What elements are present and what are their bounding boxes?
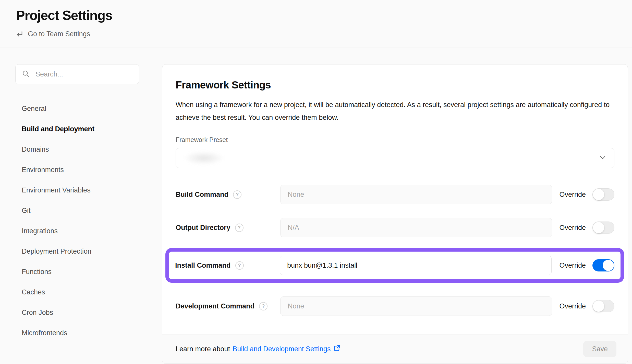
override-label: Override (559, 302, 586, 310)
back-link-label: Go to Team Settings (28, 30, 90, 38)
output-directory-row: Output Directory ? Override (176, 218, 614, 237)
sidebar-item-caches[interactable]: Caches (15, 282, 139, 302)
sidebar-item-git[interactable]: Git (15, 200, 139, 221)
sidebar-item-deployment-protection[interactable]: Deployment Protection (15, 241, 139, 262)
framework-preset-select[interactable] (176, 148, 614, 168)
override-label: Override (559, 224, 586, 232)
toggle-knob (593, 189, 604, 200)
help-icon[interactable]: ? (235, 261, 244, 270)
preset-value-redacted (184, 152, 224, 164)
sidebar-item-microfrontends[interactable]: Microfrontends (15, 323, 139, 343)
install-command-override-toggle[interactable] (592, 259, 614, 271)
sidebar-search[interactable] (15, 64, 139, 84)
sidebar-item-domains[interactable]: Domains (15, 139, 139, 160)
install-command-row: Install Command ? Override (175, 256, 614, 275)
footer-text: Learn more about Build and Development S… (176, 345, 341, 353)
toggle-knob (603, 260, 614, 271)
page-header: Project Settings Go to Team Settings (0, 0, 632, 38)
project-settings-page: Project Settings Go to Team Settings (0, 0, 632, 364)
search-icon (22, 70, 30, 79)
toggle-knob (593, 222, 604, 233)
development-command-label: Development Command (176, 302, 254, 310)
sidebar-item-general[interactable]: General (15, 98, 139, 119)
chevron-down-icon (599, 154, 606, 162)
settings-rows: Build Command ? Override Output Director… (176, 185, 614, 334)
content: GeneralBuild and DeploymentDomainsEnviro… (0, 47, 632, 364)
footer-text-prefix: Learn more about (176, 345, 230, 353)
help-icon[interactable]: ? (233, 190, 241, 199)
build-command-input[interactable] (280, 185, 552, 204)
card-footer: Learn more about Build and Development S… (162, 334, 628, 363)
sidebar-item-cron-jobs[interactable]: Cron Jobs (15, 302, 139, 323)
card-body: Framework Settings When using a framewor… (162, 64, 628, 334)
save-button[interactable]: Save (583, 341, 616, 357)
build-command-label-group: Build Command ? (176, 190, 280, 199)
output-directory-label-group: Output Directory ? (176, 224, 280, 232)
output-directory-override-toggle[interactable] (592, 222, 614, 234)
panel-title: Framework Settings (176, 79, 614, 91)
build-command-override-toggle[interactable] (592, 188, 614, 201)
return-arrow-icon (16, 30, 24, 38)
output-directory-override: Override (559, 222, 614, 234)
sidebar-item-environments[interactable]: Environments (15, 160, 139, 180)
install-command-label-group: Install Command ? (175, 261, 280, 270)
development-command-input[interactable] (280, 296, 552, 316)
toggle-knob (593, 301, 604, 312)
sidebar-item-build-and-deployment[interactable]: Build and Deployment (15, 119, 139, 139)
sidebar-item-environment-variables[interactable]: Environment Variables (15, 180, 139, 200)
sidebar-item-integrations[interactable]: Integrations (15, 221, 139, 241)
footer-link-label: Build and Development Settings (233, 345, 331, 353)
development-command-row: Development Command ? Override (176, 296, 614, 316)
page-title: Project Settings (16, 8, 632, 23)
settings-sidebar: GeneralBuild and DeploymentDomainsEnviro… (15, 64, 139, 343)
build-command-override: Override (559, 188, 614, 201)
help-icon[interactable]: ? (235, 224, 244, 232)
install-command-input[interactable] (280, 256, 552, 275)
build-and-development-settings-link[interactable]: Build and Development Settings (233, 345, 341, 353)
output-directory-input[interactable] (280, 218, 552, 237)
override-label: Override (559, 262, 586, 269)
framework-preset-label: Framework Preset (176, 136, 614, 144)
help-icon[interactable]: ? (259, 302, 268, 310)
go-to-team-settings-link[interactable]: Go to Team Settings (16, 30, 90, 38)
build-command-row: Build Command ? Override (176, 185, 614, 204)
install-command-highlight: Install Command ? Override (165, 248, 624, 283)
install-command-override: Override (559, 259, 614, 271)
development-command-override-toggle[interactable] (592, 300, 614, 312)
sidebar-item-functions[interactable]: Functions (15, 262, 139, 282)
development-command-override: Override (559, 300, 614, 312)
build-command-label: Build Command (176, 191, 228, 199)
development-command-label-group: Development Command ? (176, 302, 280, 310)
install-command-label: Install Command (175, 262, 231, 269)
output-directory-label: Output Directory (176, 224, 230, 232)
sidebar-nav: GeneralBuild and DeploymentDomainsEnviro… (15, 98, 139, 343)
override-label: Override (559, 191, 586, 199)
external-link-icon (334, 345, 341, 353)
panel-description: When using a framework for a new project… (176, 98, 614, 124)
search-input[interactable] (35, 70, 133, 79)
framework-settings-card: Framework Settings When using a framewor… (162, 64, 628, 364)
